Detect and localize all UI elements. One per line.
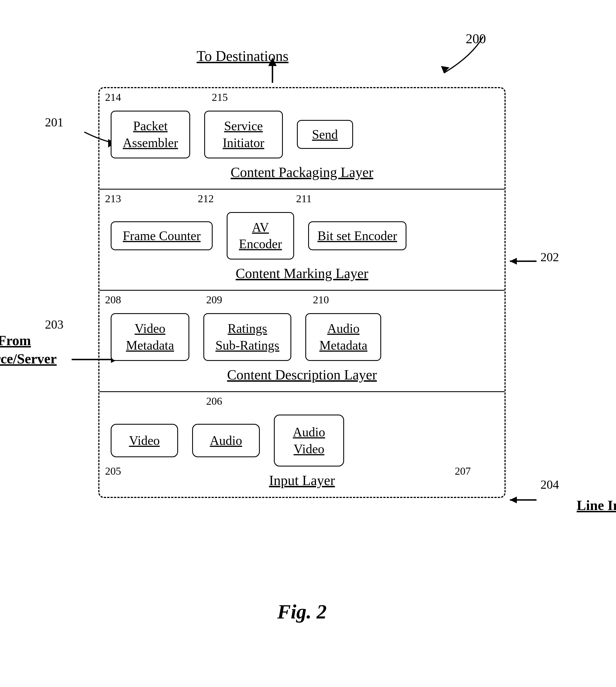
frame-counter-box: Frame Counter [111, 221, 213, 250]
svg-marker-9 [510, 496, 517, 503]
ref-212: 212 [198, 192, 214, 205]
ref-210: 210 [313, 293, 329, 306]
ref-204: 204 [541, 478, 559, 492]
ref-209: 209 [206, 293, 222, 306]
main-box: 214 215 PacketAssembler ServiceInitiator… [98, 87, 506, 498]
ref-203: 203 [45, 317, 64, 332]
bit-set-encoder-box: Bit set Encoder [308, 221, 406, 250]
ref-200: 200 [466, 31, 486, 46]
video-metadata-box: VideoMetadata [111, 313, 189, 361]
svg-marker-5 [510, 258, 517, 265]
content-description-layer-label: Content Description Layer [111, 367, 493, 385]
figure-caption: Fig. 2 [277, 600, 327, 623]
content-description-layer: 208 209 210 VideoMetadata RatingsSub-Rat… [100, 291, 505, 392]
ref-211: 211 [296, 192, 312, 205]
input-layer: 205 206 207 Video Audio AudioVideo Input… [100, 392, 505, 497]
to-destinations-area: To Destinations [197, 48, 288, 64]
content-packaging-layer: 214 215 PacketAssembler ServiceInitiator… [100, 88, 505, 190]
input-layer-label: Input Layer [111, 472, 493, 491]
audio-metadata-box: AudioMetadata [305, 313, 381, 361]
ref-205: 205 [105, 465, 121, 477]
audio-box: Audio [192, 424, 260, 457]
ref-208: 208 [105, 293, 121, 306]
send-box: Send [297, 120, 353, 149]
ref-214: 214 [105, 91, 121, 103]
ref-215: 215 [212, 91, 228, 103]
ratings-subratings-box: RatingsSub-Ratings [203, 313, 291, 361]
content-packaging-layer-label: Content Packaging Layer [111, 164, 493, 183]
from-source-label: From Source/Server [0, 331, 57, 368]
ref-202: 202 [541, 250, 559, 264]
content-marking-layer-label: Content Marking Layer [111, 265, 493, 284]
content-marking-layer: 213 212 211 Frame Counter AVEncoder Bit … [100, 190, 505, 291]
video-box: Video [111, 424, 178, 457]
line-in-label: Line In [577, 497, 616, 513]
svg-marker-2 [441, 66, 449, 73]
av-encoder-box: AVEncoder [227, 212, 294, 260]
ref-206: 206 [206, 395, 222, 407]
diagram-container: 200 To Destinations 201 202 From Source/… [28, 22, 576, 640]
service-initiator-box: ServiceInitiator [204, 111, 283, 158]
ref-213: 213 [105, 192, 121, 205]
audio-video-box: AudioVideo [274, 415, 344, 467]
ref-201: 201 [45, 115, 64, 130]
ref-207: 207 [455, 465, 471, 477]
to-destinations-text: To Destinations [197, 48, 288, 64]
packet-assembler-box: PacketAssembler [111, 111, 190, 158]
